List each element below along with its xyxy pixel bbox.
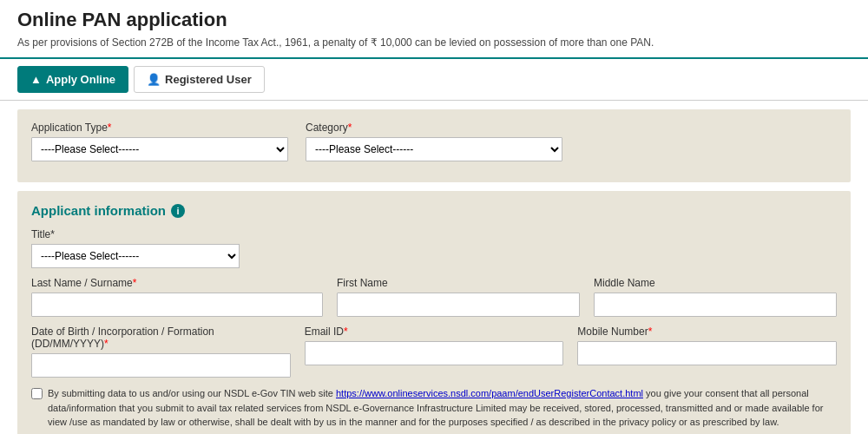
last-name-label: Last Name / Surname* [31, 277, 323, 289]
upload-icon: ▲ [30, 73, 42, 86]
application-type-select[interactable]: ----Please Select------ [31, 137, 288, 161]
first-name-group: First Name [337, 277, 580, 317]
tab-apply-online-label: Apply Online [46, 73, 115, 86]
email-group: Email ID* [305, 326, 564, 378]
consent-text: By submitting data to us and/or using ou… [48, 386, 837, 430]
applicant-info-heading: Applicant information [31, 203, 166, 218]
category-select[interactable]: ----Please Select------ [306, 137, 562, 161]
middle-name-group: Middle Name [594, 277, 837, 317]
header: Online PAN application As per provisions… [0, 0, 868, 59]
application-type-section: Application Type* ----Please Select-----… [17, 109, 851, 182]
first-name-label: First Name [337, 277, 580, 289]
tab-apply-online[interactable]: ▲ Apply Online [17, 66, 128, 93]
email-label: Email ID* [305, 326, 564, 338]
user-icon: 👤 [147, 73, 161, 86]
first-name-input[interactable] [337, 293, 580, 317]
dob-group: Date of Birth / Incorporation / Formatio… [31, 326, 291, 378]
name-row: Last Name / Surname* First Name Middle N… [31, 277, 837, 317]
warning-text: As per provisions of Section 272B of the… [17, 36, 851, 49]
application-type-group: Application Type* ----Please Select-----… [31, 122, 288, 161]
tab-registered-user[interactable]: 👤 Registered User [134, 66, 265, 93]
consent-checkbox[interactable] [31, 388, 43, 399]
last-name-group: Last Name / Surname* [31, 277, 323, 317]
category-label: Category* [306, 122, 562, 134]
mobile-input[interactable] [577, 341, 837, 365]
dob-row: Date of Birth / Incorporation / Formatio… [31, 326, 837, 378]
tabs-bar: ▲ Apply Online 👤 Registered User [0, 59, 868, 101]
consent-link[interactable]: https://www.onlineservices.nsdl.com/paam… [336, 388, 643, 398]
mobile-group: Mobile Number* [577, 326, 837, 378]
middle-name-label: Middle Name [594, 277, 837, 289]
middle-name-input[interactable] [594, 293, 837, 317]
app-type-row: Application Type* ----Please Select-----… [31, 122, 837, 161]
dob-label: Date of Birth / Incorporation / Formatio… [31, 326, 291, 350]
applicant-section: Applicant information i Title* ----Pleas… [17, 191, 851, 434]
spacer [580, 122, 837, 161]
dob-input[interactable] [31, 353, 291, 378]
page-title: Online PAN application [17, 9, 851, 31]
title-label: Title* [31, 228, 837, 240]
last-name-input[interactable] [31, 293, 323, 317]
title-row: Title* ----Please Select------ [31, 228, 837, 268]
category-group: Category* ----Please Select------ [306, 122, 562, 161]
mobile-label: Mobile Number* [577, 326, 837, 338]
email-input[interactable] [305, 341, 564, 365]
section-heading: Applicant information i [31, 203, 837, 218]
tab-registered-user-label: Registered User [165, 73, 252, 86]
info-icon[interactable]: i [171, 204, 185, 218]
application-type-label: Application Type* [31, 122, 288, 134]
title-select[interactable]: ----Please Select------ [31, 244, 240, 268]
consent-row: By submitting data to us and/or using ou… [31, 386, 837, 430]
